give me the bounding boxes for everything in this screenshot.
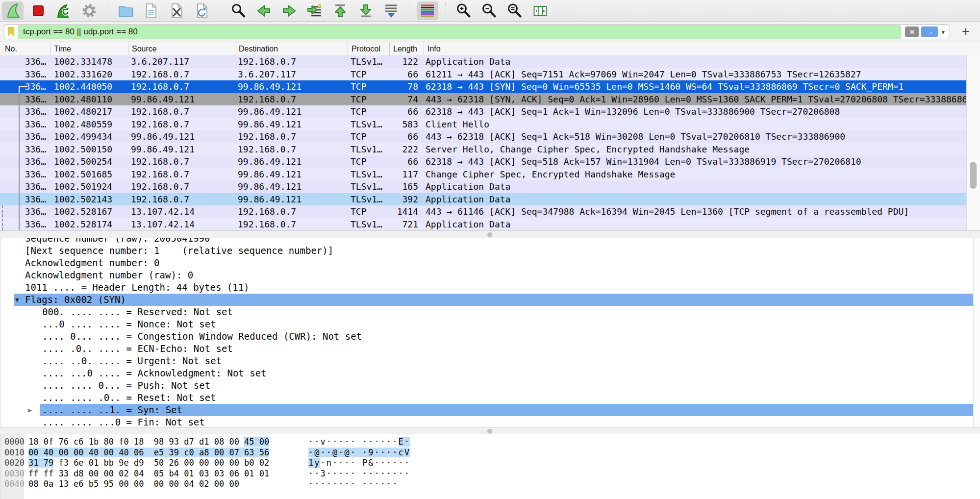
column-header-no[interactable]: No. (0, 42, 50, 55)
detail-line[interactable]: Acknowledgment number: 0 (0, 257, 980, 269)
resize-columns-button[interactable] (529, 1, 551, 20)
scrollbar-thumb[interactable] (970, 162, 977, 189)
detail-line[interactable]: 000. .... .... = Reserved: Not set (0, 306, 980, 318)
column-header-protocol[interactable]: Protocol (348, 42, 390, 55)
packet-row[interactable]: 336…1002.502143192.168.0.799.86.49.121TL… (0, 193, 980, 206)
open-file-button[interactable] (115, 1, 136, 20)
detail-line[interactable]: Acknowledgment number (raw): 0 (0, 269, 980, 281)
expand-arrow-icon[interactable]: ▶ (28, 404, 32, 416)
packet-row[interactable]: 336…1002.501924192.168.0.799.86.49.121TL… (0, 180, 980, 193)
capture-options-button[interactable] (78, 1, 100, 20)
detail-line[interactable]: Sequence number (raw): 2005041990 (0, 238, 980, 245)
collapse-arrow-icon[interactable]: ▼ (15, 294, 19, 306)
detail-line[interactable]: [Next sequence number: 1 (relative seque… (0, 245, 980, 257)
detail-line[interactable]: .... .... .0.. = Reset: Not set (0, 392, 980, 404)
detail-line[interactable]: .... .... ...0 = Fin: Not set (0, 416, 980, 427)
auto-scroll-button[interactable] (380, 1, 402, 20)
column-header-time[interactable]: Time (50, 42, 128, 55)
last-packet-icon (357, 2, 374, 19)
splitter-handle[interactable] (487, 429, 492, 434)
col-info: Client Hello (424, 118, 980, 131)
display-filter-field[interactable]: ✕ → ▾ (3, 25, 950, 39)
packet-row[interactable]: 336…1002.48011099.86.49.121192.168.0.7TC… (0, 93, 980, 106)
col-time: 1002.480110 (50, 93, 128, 106)
last-packet-button[interactable] (355, 1, 377, 20)
packet-row[interactable]: 336…1002.49943499.86.49.121192.168.0.7TC… (0, 130, 980, 143)
filter-history-chevron-icon[interactable]: ▾ (940, 28, 946, 36)
pane-splitter-top[interactable] (0, 230, 980, 238)
packet-row[interactable]: 336…1002.500254192.168.0.799.86.49.121TC… (0, 155, 980, 168)
column-header-destination[interactable]: Destination (235, 42, 348, 55)
packet-row[interactable]: 336…1002.3314783.6.207.117192.168.0.7TLS… (0, 55, 980, 68)
detail-line[interactable]: ▼Flags: 0x002 (SYN) (0, 294, 980, 306)
detail-line[interactable]: .... 0... .... = Congestion Window Reduc… (0, 330, 980, 343)
close-file-button[interactable] (166, 1, 187, 20)
packet-row[interactable]: 336…1002.52817413.107.42.14192.168.0.7TL… (0, 218, 980, 231)
hex-row[interactable]: 0030ff ff 33 d8 00 00 02 04 05 b4 01 03 … (0, 469, 980, 479)
hex-row[interactable]: 000018 0f 76 c6 1b 80 f0 18 98 93 d7 d1 … (0, 437, 980, 448)
detail-text: 000. .... .... = Reserved: Not set (42, 306, 233, 318)
stop-capture-button[interactable] (27, 1, 49, 20)
toolbar-separator (107, 2, 108, 19)
zoom-in-button[interactable] (453, 1, 475, 20)
column-header-source[interactable]: Source (128, 42, 235, 55)
col-length: 165 (390, 180, 424, 193)
detail-line[interactable]: .... .0.. .... = ECN-Echo: Not set (0, 343, 980, 355)
clear-filter-button[interactable]: ✕ (905, 26, 919, 37)
col-info: 443 → 62318 [ACK] Seq=1 Ack=518 Win=3020… (424, 130, 980, 143)
column-header-length[interactable]: Length (390, 42, 424, 55)
wireshark-window: ✕ → ▾ + No. Time Source Destination Prot… (0, 0, 980, 499)
packet-row[interactable]: 336…1002.480559192.168.0.799.86.49.121TL… (0, 118, 980, 131)
auto-scroll-icon (383, 2, 400, 19)
packet-row[interactable]: 336…1002.501685192.168.0.799.86.49.121TL… (0, 168, 980, 181)
next-packet-icon (281, 2, 298, 19)
hex-ascii: ········ ······ (308, 479, 399, 489)
detail-scrollbar-gutter[interactable] (973, 238, 980, 427)
packet-row[interactable]: 336…1002.480217192.168.0.799.86.49.121TC… (0, 105, 980, 118)
stop-capture-icon (30, 2, 47, 19)
colorize-button[interactable] (417, 1, 438, 20)
zoom-out-button[interactable] (478, 1, 500, 20)
packet-row[interactable]: 336…1002.331620192.168.0.73.6.207.117TCP… (0, 68, 980, 81)
hex-row[interactable]: 004008 0a 13 e6 b5 95 00 00 00 00 04 02 … (0, 479, 980, 490)
detail-line[interactable]: .... ...0 .... = Acknowledgment: Not set (0, 367, 980, 379)
col-no: 336… (0, 68, 50, 81)
detail-line[interactable]: .... .... 0... = Push: Not set (0, 379, 980, 392)
go-to-packet-button[interactable] (304, 1, 326, 20)
packet-row[interactable]: 336…1002.448050192.168.0.799.86.49.121TC… (0, 80, 980, 93)
detail-line[interactable]: ...0 .... .... = Nonce: Not set (0, 318, 980, 330)
next-packet-button[interactable] (278, 1, 300, 20)
hex-row[interactable]: 001000 40 00 00 40 00 40 06 e5 39 c0 a8 … (0, 448, 980, 458)
apply-filter-button[interactable]: → (921, 26, 938, 37)
add-filter-button[interactable]: + (958, 23, 973, 40)
capture-options-icon (81, 2, 98, 19)
splitter-handle[interactable] (487, 232, 492, 237)
reload-file-button[interactable] (191, 1, 213, 20)
filter-bookmark-icon[interactable] (3, 27, 18, 37)
detail-text: 1011 .... = Header Length: 44 bytes (11) (25, 281, 250, 294)
detail-line[interactable]: 1011 .... = Header Length: 44 bytes (11) (0, 281, 980, 294)
hex-row[interactable]: 002031 79 f3 6e 01 bb 9e d9 50 26 00 00 … (0, 458, 980, 469)
restart-capture-icon (55, 2, 72, 19)
col-length: 117 (390, 168, 424, 181)
packet-row[interactable]: 336…1002.52816713.107.42.14192.168.0.7TC… (0, 205, 980, 218)
previous-packet-button[interactable] (253, 1, 275, 20)
hex-bytes: 08 0a 13 e6 b5 95 00 00 00 00 04 02 00 0… (28, 479, 239, 489)
detail-line[interactable]: .... ..0. .... = Urgent: Not set (0, 355, 980, 367)
restart-capture-button[interactable] (53, 1, 75, 20)
col-length: 66 (390, 155, 424, 168)
zoom-reset-button[interactable] (504, 1, 526, 20)
start-capture-button[interactable] (2, 1, 24, 20)
packet-row[interactable]: 336…1002.50015099.86.49.121192.168.0.7TL… (0, 143, 980, 156)
save-file-button[interactable] (140, 1, 162, 20)
packet-list-scrollbar[interactable] (966, 55, 980, 230)
first-packet-button[interactable] (329, 1, 351, 20)
colorize-icon (419, 2, 436, 19)
pane-splitter-bottom[interactable] (0, 427, 980, 434)
detail-text: [Next sequence number: 1 (relative seque… (25, 245, 333, 257)
column-header-info[interactable]: Info (424, 42, 980, 55)
find-packet-button[interactable] (227, 1, 249, 20)
find-packet-icon (230, 2, 247, 19)
display-filter-input[interactable] (18, 25, 901, 39)
detail-line[interactable]: ▶.... .... ..1. = Syn: Set (0, 404, 980, 416)
